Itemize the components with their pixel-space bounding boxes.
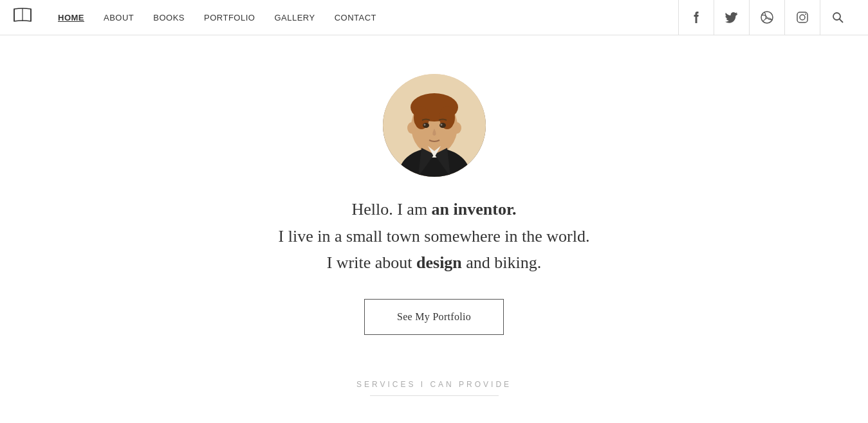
avatar bbox=[383, 74, 486, 177]
tagline-line2: I live in a small town somewhere in the … bbox=[279, 223, 590, 250]
tagline-prefix-1: Hello. I am bbox=[351, 200, 431, 219]
svg-point-19 bbox=[440, 124, 442, 126]
svg-point-16 bbox=[423, 123, 429, 128]
avatar-image bbox=[383, 74, 486, 177]
services-divider bbox=[370, 395, 499, 396]
tagline-bold-3: design bbox=[416, 253, 462, 272]
svg-point-15 bbox=[452, 122, 461, 134]
nav-item-books[interactable]: BOOKS bbox=[153, 12, 185, 23]
tagline-line3: I write about design and biking. bbox=[279, 249, 590, 276]
nav-left: HOME ABOUT BOOKS PORTFOLIO GALLERY CONTA… bbox=[13, 7, 376, 28]
tagline-bold-1: an inventor. bbox=[432, 200, 517, 219]
svg-point-2 bbox=[800, 15, 805, 20]
services-section-teaser: SERVICES I CAN PROVIDE bbox=[356, 374, 512, 396]
svg-point-14 bbox=[407, 122, 416, 134]
hero-tagline: Hello. I am an inventor. I live in a sma… bbox=[279, 196, 590, 276]
tagline-line1: Hello. I am an inventor. bbox=[279, 196, 590, 223]
navbar: HOME ABOUT BOOKS PORTFOLIO GALLERY CONTA… bbox=[0, 0, 868, 35]
nav-item-gallery[interactable]: GALLERY bbox=[274, 12, 315, 23]
see-portfolio-button[interactable]: See My Portfolio bbox=[364, 299, 504, 335]
svg-point-4 bbox=[833, 13, 840, 20]
services-label: SERVICES I CAN PROVIDE bbox=[356, 380, 512, 389]
nav-item-home[interactable]: HOME bbox=[58, 12, 84, 23]
svg-point-18 bbox=[423, 124, 425, 126]
instagram-icon[interactable] bbox=[784, 0, 820, 35]
svg-point-17 bbox=[439, 123, 446, 128]
svg-line-5 bbox=[840, 19, 844, 23]
facebook-icon[interactable] bbox=[678, 0, 714, 35]
twitter-icon[interactable] bbox=[714, 0, 749, 35]
tagline-prefix-3: I write about bbox=[327, 253, 416, 272]
tagline-suffix-3: and biking. bbox=[462, 253, 542, 272]
dribbble-icon[interactable] bbox=[749, 0, 784, 35]
nav-item-portfolio[interactable]: PORTFOLIO bbox=[204, 12, 255, 23]
search-icon[interactable] bbox=[820, 0, 855, 35]
nav-item-contact[interactable]: CONTACT bbox=[335, 12, 376, 23]
nav-links: HOME ABOUT BOOKS PORTFOLIO GALLERY CONTA… bbox=[58, 12, 376, 23]
site-logo[interactable] bbox=[13, 7, 32, 28]
hero-section: Hello. I am an inventor. I live in a sma… bbox=[0, 35, 868, 396]
svg-point-3 bbox=[805, 14, 806, 15]
nav-item-about[interactable]: ABOUT bbox=[104, 12, 134, 23]
nav-social-icons bbox=[678, 0, 855, 35]
